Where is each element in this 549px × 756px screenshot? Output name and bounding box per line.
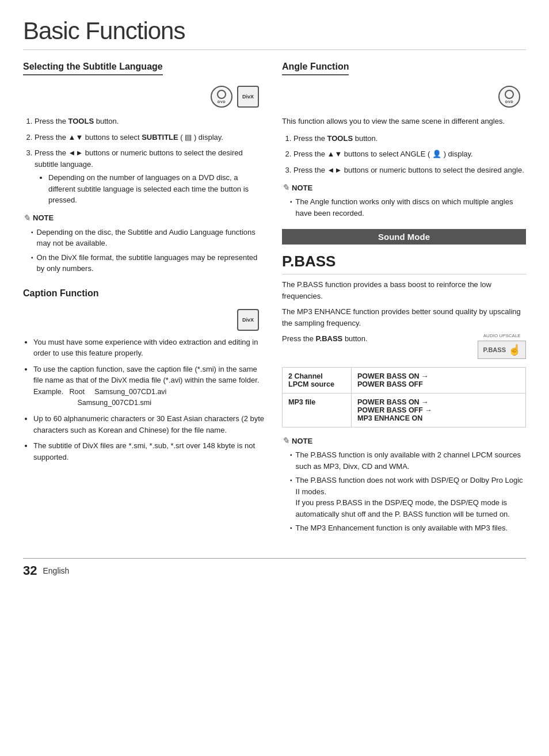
pbass-row-1-source: 2 Channel LPCM source [283, 368, 352, 394]
angle-title: Angle Function [282, 62, 526, 78]
right-column: Angle Function DVD This function allows … [282, 62, 526, 541]
angle-intro: This function allows you to view the sam… [282, 116, 526, 127]
angle-note-title: ✎ NOTE [282, 182, 526, 193]
caption-bullets: You must have some experience with video… [23, 337, 265, 463]
caption-divx-icon: DivX [237, 309, 259, 331]
angle-note: ✎ NOTE The Angle function works only wit… [282, 182, 526, 219]
subtitle-step-1: Press the TOOLS button. [35, 116, 265, 127]
caption-bullet-1: You must have some experience with video… [33, 337, 265, 359]
pbass-note: ✎ NOTE The P.BASS function is only avail… [282, 436, 526, 534]
angle-note-1: The Angle function works only with discs… [290, 196, 526, 219]
caption-bullet-2: To use the caption function, save the ca… [33, 364, 265, 409]
page-language: English [43, 566, 69, 575]
angle-note-items: The Angle function works only with discs… [282, 196, 526, 219]
pbass-row-2-modes: POWER BASS ON → POWER BASS OFF → MP3 ENH… [352, 394, 526, 427]
caption-bullet-4: The subtitle of DivX files are *.smi, *.… [33, 440, 265, 463]
pbass-note-1: The P.BASS function is only available wi… [290, 449, 526, 472]
pbass-table: 2 Channel LPCM source POWER BASS ON → PO… [282, 367, 526, 427]
subtitle-note: ✎ NOTE Depending on the disc, the Subtit… [23, 213, 265, 274]
divx-icon: DivX [237, 86, 259, 108]
subtitle-icon-row: DVD DivX [23, 86, 265, 108]
dvd-icon: DVD [211, 86, 232, 108]
pbass-button-image: AUDIO UPSCALE P.BASS ☝ [478, 333, 526, 359]
subtitle-bullet-1: Depending on the number of languages on … [48, 172, 265, 206]
sound-mode-header: Sound Mode [282, 229, 526, 245]
caption-icon-row: DivX [23, 309, 265, 331]
pbass-row-1: 2 Channel LPCM source POWER BASS ON → PO… [283, 368, 526, 394]
pbass-note-2: The P.BASS function does not work with D… [290, 475, 526, 520]
subtitle-language-section: Selecting the Subtitle Language DVD DivX… [23, 62, 265, 274]
pbass-desc1: The P.BASS function provides a bass boos… [282, 279, 526, 301]
angle-step-1: Press the TOOLS button. [293, 133, 526, 144]
page-footer: 32 English [23, 558, 526, 578]
caption-title: Caption Function [23, 288, 265, 301]
pbass-note-title: ✎ NOTE [282, 436, 526, 446]
subtitle-note-items: Depending on the disc, the Subtitle and … [23, 227, 265, 274]
angle-steps: Press the TOOLS button. Press the ▲▼ but… [282, 133, 526, 176]
subtitle-step-3: Press the ◄► buttons or numeric buttons … [35, 147, 265, 206]
angle-step-2: Press the ▲▼ buttons to select ANGLE ( 👤… [293, 148, 526, 160]
sound-mode-section: Sound Mode P.BASS The P.BASS function pr… [282, 229, 526, 534]
subtitle-step-3-bullets: Depending on the number of languages on … [35, 172, 265, 206]
subtitle-language-title: Selecting the Subtitle Language [23, 62, 265, 78]
subtitle-step-2: Press the ▲▼ buttons to select SUBTITLE … [35, 132, 265, 143]
pbass-row-2: MP3 file POWER BASS ON → POWER BASS OFF … [283, 394, 526, 427]
pbass-row-1-modes: POWER BASS ON → POWER BASS OFF [352, 368, 526, 394]
subtitle-note-1: Depending on the disc, the Subtitle and … [31, 227, 265, 249]
pbass-desc2: The MP3 ENHANCE function provides better… [282, 306, 526, 329]
press-text: Press the P.BASS button. [282, 333, 368, 345]
page-number: 32 [23, 563, 37, 578]
pbass-row-2-source: MP3 file [283, 394, 352, 427]
hand-icon: ☝ [508, 343, 521, 356]
subtitle-note-title: ✎ NOTE [23, 213, 265, 223]
angle-icon-row: DVD [282, 86, 526, 108]
pbass-note-3: The MP3 Enhancement function is only ava… [290, 522, 526, 534]
caption-example: Example. Root Samsung_007CD1.avi Samsung… [33, 388, 166, 407]
pbass-title: P.BASS [282, 253, 526, 274]
left-column: Selecting the Subtitle Language DVD DivX… [23, 62, 265, 541]
subtitle-steps: Press the TOOLS button. Press the ▲▼ but… [23, 116, 265, 206]
angle-step-3: Press the ◄► buttons or numeric buttons … [293, 165, 526, 176]
press-row: Press the P.BASS button. AUDIO UPSCALE P… [282, 333, 526, 359]
caption-bullet-3: Up to 60 alphanumeric characters or 30 E… [33, 413, 265, 436]
subtitle-note-2: On the DivX file format, the subtitle la… [31, 252, 265, 274]
page-title: Basic Functions [23, 17, 526, 50]
pbass-button-box: P.BASS ☝ [478, 341, 526, 359]
pbass-note-items: The P.BASS function is only available wi… [282, 449, 526, 534]
caption-section: Caption Function DivX You must have some… [23, 288, 265, 463]
angle-dvd-icon: DVD [498, 86, 520, 108]
angle-function-section: Angle Function DVD This function allows … [282, 62, 526, 219]
